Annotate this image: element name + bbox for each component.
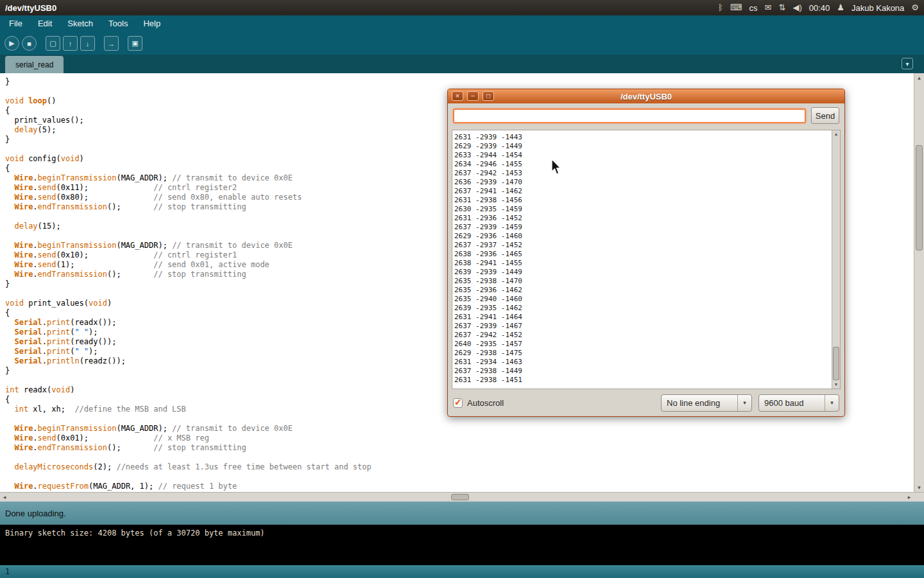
tab-serial-read[interactable]: serial_read [5,56,64,73]
scroll-up-icon[interactable]: ▴ [832,130,840,138]
scroll-right-icon[interactable]: ▸ [905,493,914,502]
menu-help[interactable]: Help [135,15,168,32]
toolbar: ▶■▢↑↓→▣ [0,32,924,55]
line-ending-dropdown[interactable]: No line ending ▾ [661,394,752,412]
autoscroll-checkbox[interactable]: ✓ [453,398,463,408]
baud-rate-dropdown[interactable]: 9600 baud ▾ [758,394,839,412]
serial-monitor-title: /dev/ttyUSB0 [620,92,672,101]
network-traffic-icon[interactable]: ⇅ [779,0,786,15]
stop-button[interactable]: ■ [22,36,37,51]
serial-output-scrollbar[interactable]: ▴ ▾ [832,130,840,389]
serial-line: 2639 -2939 -1449 [454,268,830,277]
minimize-button[interactable]: − [467,91,479,101]
autoscroll-label: Autoscroll [467,398,504,408]
tab-bar: serial_read ▾ [0,55,924,73]
scroll-up-icon[interactable]: ▴ [914,73,924,82]
close-button[interactable]: × [452,91,463,101]
serial-line: 2634 -2946 -1455 [454,160,830,169]
serial-line: 2631 -2938 -1456 [454,196,830,205]
menu-sketch[interactable]: Sketch [60,15,101,32]
serial-line: 2629 -2939 -1449 [454,142,830,151]
menu-edit[interactable]: Edit [30,15,60,32]
mail-icon[interactable]: ✉ [765,0,772,15]
code-line: Wire.beginTransmission(MAG_ADDR); // tra… [5,424,914,434]
upload-button[interactable]: → [104,36,119,51]
serial-line: 2630 -2935 -1459 [454,205,830,214]
scroll-left-icon[interactable]: ◂ [0,493,9,502]
serial-line: 2637 -2942 -1453 [454,169,830,178]
console-output: Binary sketch size: 4208 bytes (of a 307… [0,525,924,565]
serial-scrollbar-thumb[interactable] [833,347,839,380]
send-button[interactable]: Send [811,107,839,124]
maximize-icon: □ [486,92,490,100]
serial-monitor-button[interactable]: ▣ [128,36,142,51]
serial-output: 2631 -2939 -14432629 -2939 -14492633 -29… [454,133,830,387]
user-name[interactable]: Jakub Kakona [851,3,904,13]
serial-monitor-controls: ✓ Autoscroll No line ending ▾ 9600 baud … [453,394,839,412]
menu-file[interactable]: File [1,15,30,32]
horizontal-scrollbar-thumb[interactable] [451,494,469,500]
new-sketch-button[interactable]: ▢ [46,36,60,51]
volume-icon[interactable]: ◀) [792,0,801,15]
verify-button[interactable]: ▶ [4,36,19,51]
code-line [5,472,914,482]
chevron-down-icon: ▾ [737,395,751,411]
minimize-icon: − [471,92,475,100]
maximize-button[interactable]: □ [483,91,494,101]
menu-tools[interactable]: Tools [101,15,135,32]
serial-line: 2636 -2939 -1470 [454,178,830,187]
session-menu-icon[interactable]: ⚙ [911,0,919,15]
checkmark-icon: ✓ [454,397,462,407]
line-number-strip: 1 [0,565,924,578]
tab-menu-icon: ▾ [905,60,909,67]
serial-line: 2629 -2938 -1475 [454,349,830,358]
save-sketch-button[interactable]: ↓ [80,36,95,51]
serial-line: 2635 -2940 -1460 [454,295,830,304]
tab-menu-button[interactable]: ▾ [902,58,913,69]
serial-output-area[interactable]: 2631 -2939 -14432629 -2939 -14492633 -29… [452,130,841,389]
scroll-down-icon[interactable]: ▾ [914,483,924,492]
scroll-down-icon[interactable]: ▾ [832,381,840,389]
vertical-scrollbar-thumb[interactable] [916,145,923,250]
clock[interactable]: 00:40 [809,3,830,13]
serial-line: 2639 -2935 -1462 [454,304,830,313]
serial-line: 2635 -2938 -1470 [454,277,830,286]
serial-line: 2631 -2941 -1464 [454,313,830,322]
serial-line: 2631 -2939 -1443 [454,133,830,142]
keyboard-icon[interactable]: ⌨ [730,0,742,15]
serial-line: 2637 -2939 -1467 [454,322,830,331]
status-text: Done uploading. [5,509,66,518]
serial-line: 2637 -2941 -1462 [454,187,830,196]
serial-monitor-titlebar[interactable]: /dev/ttyUSB0 [448,89,844,103]
code-line: delayMicroseconds(2); //needs at least 1… [5,462,914,472]
code-line: Wire.requestFrom(MAG_ADDR, 1); // reques… [5,482,914,491]
panel-indicators: ᛒ⌨cs✉⇅◀)00:40♟Jakub Kakona⚙ [718,0,919,15]
baud-rate-value: 9600 baud [759,398,825,408]
window-controls: × − □ [452,91,494,101]
serial-line: 2637 -2942 -1452 [454,331,830,340]
serial-line: 2638 -2936 -1465 [454,250,830,259]
code-line: Wire.endTransmission(); // stop transmit… [5,443,914,453]
keyboard-layout-label[interactable]: cs [749,3,758,13]
editor-vertical-scrollbar[interactable]: ▴ ▾ [914,73,924,492]
serial-line: 2633 -2944 -1454 [454,151,830,160]
serial-line: 2631 -2934 -1463 [454,358,830,367]
status-bar: Done uploading. [0,502,924,525]
serial-input[interactable] [453,109,806,123]
code-line [5,453,914,462]
serial-line: 2635 -2936 -1462 [454,286,830,295]
open-sketch-button[interactable]: ↑ [63,36,78,51]
editor-horizontal-scrollbar[interactable]: ◂ ▸ [0,492,924,502]
serial-line: 2637 -2939 -1459 [454,223,830,232]
serial-input-row: Send [453,107,839,125]
serial-line: 2638 -2941 -1455 [454,259,830,268]
line-number: 1 [5,567,10,576]
bluetooth-icon[interactable]: ᛒ [718,0,723,15]
code-line: } [5,77,914,87]
system-panel: /dev/ttyUSB0 ᛒ⌨cs✉⇅◀)00:40♟Jakub Kakona⚙ [0,0,924,15]
panel-window-title: /dev/ttyUSB0 [5,3,56,13]
code-line: Wire.send(0x01); // x MSB reg [5,434,914,443]
serial-line: 2637 -2938 -1449 [454,367,830,376]
serial-line: 2640 -2935 -1457 [454,340,830,349]
user-icon[interactable]: ♟ [837,0,844,15]
